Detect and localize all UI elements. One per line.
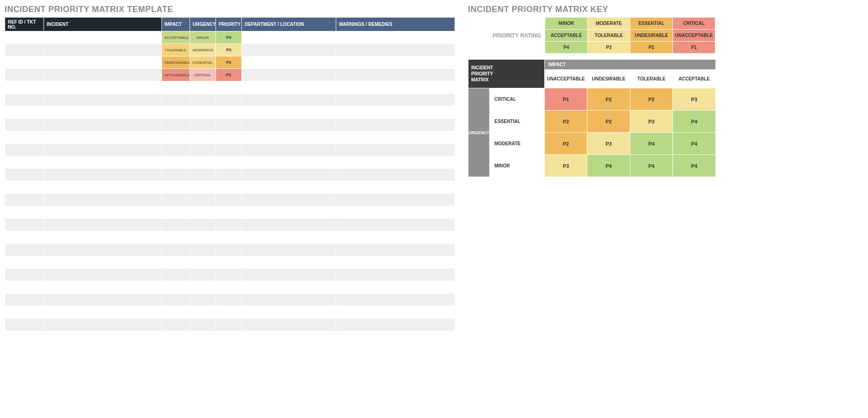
cell-warnings[interactable] (336, 194, 455, 206)
table-row[interactable] (5, 131, 455, 144)
cell-ref[interactable] (5, 156, 44, 169)
cell-urgency[interactable] (190, 119, 215, 131)
cell-priority[interactable] (215, 156, 241, 169)
cell-department[interactable] (241, 269, 336, 281)
cell-urgency[interactable] (190, 206, 215, 219)
cell-department[interactable] (241, 219, 336, 231)
cell-impact[interactable] (161, 169, 190, 181)
cell-priority[interactable] (215, 256, 241, 269)
cell-impact[interactable] (161, 119, 190, 131)
cell-ref[interactable] (5, 119, 44, 131)
table-row[interactable]: TOLERABLEMODERATEP3 (5, 44, 455, 56)
table-row[interactable] (5, 194, 455, 206)
cell-impact[interactable] (161, 294, 190, 306)
cell-ref[interactable] (5, 219, 44, 231)
cell-incident[interactable] (43, 69, 161, 81)
cell-warnings[interactable] (336, 81, 455, 94)
cell-urgency[interactable] (190, 169, 215, 181)
cell-impact[interactable] (161, 106, 190, 119)
cell-urgency[interactable] (190, 94, 215, 106)
cell-department[interactable] (241, 319, 336, 331)
cell-ref[interactable] (5, 44, 44, 56)
cell-urgency[interactable] (190, 256, 215, 269)
cell-priority[interactable] (215, 106, 241, 119)
cell-department[interactable] (241, 294, 336, 306)
cell-impact[interactable] (161, 231, 190, 244)
cell-ref[interactable] (5, 169, 44, 181)
cell-department[interactable] (241, 31, 336, 44)
table-row[interactable] (5, 231, 455, 244)
cell-priority[interactable] (215, 231, 241, 244)
cell-ref[interactable] (5, 144, 44, 156)
cell-impact[interactable]: TOLERABLE (161, 44, 190, 56)
cell-priority[interactable] (215, 144, 241, 156)
cell-urgency[interactable] (190, 306, 215, 319)
cell-warnings[interactable] (336, 56, 455, 69)
cell-warnings[interactable] (336, 219, 455, 231)
cell-warnings[interactable] (336, 156, 455, 169)
cell-urgency[interactable] (190, 106, 215, 119)
cell-urgency[interactable] (190, 144, 215, 156)
table-row[interactable] (5, 281, 455, 294)
cell-priority[interactable]: P1 (215, 69, 241, 81)
cell-department[interactable] (241, 119, 336, 131)
cell-incident[interactable] (43, 44, 161, 56)
cell-priority[interactable] (215, 219, 241, 231)
cell-urgency[interactable]: CRITICAL (190, 69, 215, 81)
cell-department[interactable] (241, 231, 336, 244)
table-row[interactable] (5, 106, 455, 119)
cell-ref[interactable] (5, 206, 44, 219)
cell-urgency[interactable] (190, 244, 215, 256)
cell-incident[interactable] (43, 219, 161, 231)
cell-urgency[interactable] (190, 269, 215, 281)
cell-ref[interactable] (5, 244, 44, 256)
cell-ref[interactable] (5, 131, 44, 144)
cell-ref[interactable] (5, 106, 44, 119)
cell-department[interactable] (241, 81, 336, 94)
cell-warnings[interactable] (336, 294, 455, 306)
table-row[interactable] (5, 219, 455, 231)
cell-warnings[interactable] (336, 144, 455, 156)
cell-warnings[interactable] (336, 131, 455, 144)
cell-department[interactable] (241, 131, 336, 144)
cell-warnings[interactable] (336, 69, 455, 81)
cell-impact[interactable]: ACCEPTABLE (161, 31, 190, 44)
cell-incident[interactable] (43, 231, 161, 244)
cell-impact[interactable] (161, 156, 190, 169)
cell-impact[interactable]: UNDESIRABLE (161, 56, 190, 69)
cell-impact[interactable] (161, 319, 190, 331)
cell-impact[interactable] (161, 181, 190, 194)
cell-impact[interactable] (161, 256, 190, 269)
cell-department[interactable] (241, 306, 336, 319)
table-row[interactable]: INTOLERABLECRITICALP1 (5, 69, 455, 81)
cell-ref[interactable] (5, 256, 44, 269)
cell-warnings[interactable] (336, 231, 455, 244)
table-row[interactable] (5, 244, 455, 256)
cell-urgency[interactable] (190, 181, 215, 194)
cell-incident[interactable] (43, 119, 161, 131)
cell-incident[interactable] (43, 131, 161, 144)
cell-department[interactable] (241, 44, 336, 56)
cell-warnings[interactable] (336, 106, 455, 119)
cell-priority[interactable] (215, 206, 241, 219)
table-row[interactable] (5, 319, 455, 331)
cell-urgency[interactable]: MODERATE (190, 44, 215, 56)
cell-urgency[interactable]: MINOR (190, 31, 215, 44)
cell-incident[interactable] (43, 294, 161, 306)
cell-priority[interactable] (215, 306, 241, 319)
cell-urgency[interactable] (190, 81, 215, 94)
cell-ref[interactable] (5, 69, 44, 81)
cell-impact[interactable] (161, 94, 190, 106)
cell-urgency[interactable] (190, 281, 215, 294)
cell-warnings[interactable] (336, 256, 455, 269)
cell-priority[interactable]: P2 (215, 56, 241, 69)
cell-impact[interactable]: INTOLERABLE (161, 69, 190, 81)
cell-urgency[interactable] (190, 294, 215, 306)
table-row[interactable] (5, 256, 455, 269)
cell-incident[interactable] (43, 244, 161, 256)
cell-warnings[interactable] (336, 281, 455, 294)
cell-warnings[interactable] (336, 269, 455, 281)
table-row[interactable] (5, 94, 455, 106)
table-row[interactable] (5, 306, 455, 319)
cell-incident[interactable] (43, 306, 161, 319)
